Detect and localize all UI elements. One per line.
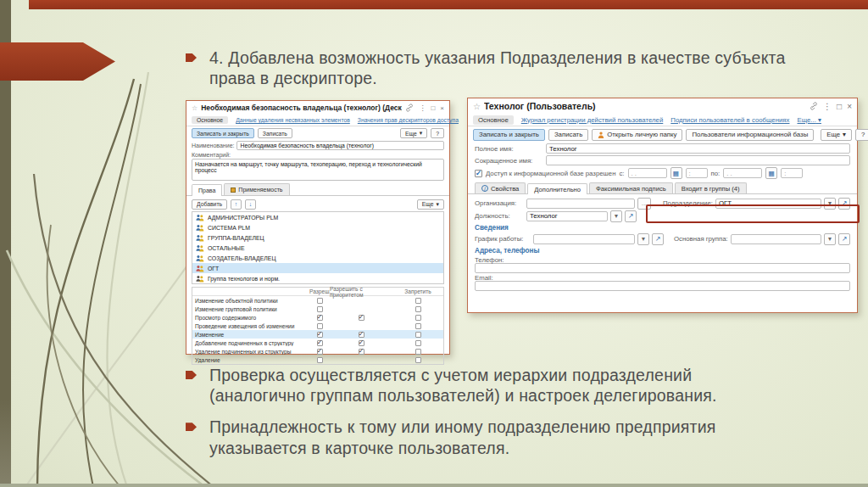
- tab-osnovnoe[interactable]: Основное: [473, 115, 514, 125]
- allow-checkbox[interactable]: [317, 306, 323, 312]
- favorite-star-icon[interactable]: ☆: [192, 104, 198, 112]
- schedule-open-icon[interactable]: ↗: [652, 233, 664, 245]
- permission-row[interactable]: Удаление: [192, 355, 443, 364]
- maximize-icon[interactable]: □: [837, 102, 842, 111]
- access-from-time-input[interactable]: :: [686, 168, 708, 178]
- help-button[interactable]: ?: [431, 128, 444, 138]
- name-input[interactable]: Необходимая безопасность владельца (техн…: [236, 141, 444, 150]
- allow-checkbox[interactable]: [317, 323, 323, 329]
- tab-applicability[interactable]: Применяемость: [224, 183, 289, 195]
- list-item[interactable]: СОЗДАТЕЛЬ-ВЛАДЕЛЕЦ: [192, 253, 443, 263]
- schedule-input[interactable]: [533, 234, 635, 244]
- calendar-icon[interactable]: ▦: [765, 167, 777, 179]
- priority-checkbox[interactable]: ✓: [359, 349, 364, 355]
- tab-link-deleted-elements[interactable]: Данные удаления несвязанных элементов: [236, 117, 350, 123]
- position-input[interactable]: Технолог: [526, 211, 608, 221]
- favorite-star-icon[interactable]: ☆: [473, 102, 481, 111]
- help-button[interactable]: ?: [855, 129, 868, 141]
- priority-checkbox[interactable]: ✓: [359, 315, 364, 321]
- deny-checkbox[interactable]: [415, 349, 421, 355]
- personal-folder-button[interactable]: Открыть личную папку: [592, 129, 682, 141]
- allow-checkbox[interactable]: ✓: [317, 349, 323, 355]
- list-item[interactable]: АДМИНИСТРАТОРЫ PLM: [192, 212, 443, 222]
- schedule-dropdown-icon[interactable]: ▾: [637, 233, 649, 245]
- position-open-icon[interactable]: ↗: [625, 210, 637, 222]
- organization-input[interactable]: [526, 199, 635, 209]
- tab-facsimile[interactable]: Факсимильная подпись: [589, 182, 673, 193]
- list-item[interactable]: СИСТЕМА PLM: [192, 222, 443, 232]
- allow-checkbox[interactable]: [317, 357, 323, 363]
- add-button[interactable]: Добавить: [192, 199, 227, 210]
- tab-rights[interactable]: Права: [192, 184, 222, 196]
- more-button[interactable]: Еще▾: [821, 129, 852, 141]
- more-vert-icon[interactable]: ⋮: [419, 104, 426, 112]
- deny-checkbox[interactable]: [415, 323, 421, 329]
- get-link-icon[interactable]: [810, 102, 818, 110]
- allow-checkbox[interactable]: ✓: [317, 332, 323, 338]
- allow-checkbox[interactable]: [317, 298, 323, 304]
- tab-link-action-log[interactable]: Журнал регистрации действий пользователе…: [521, 116, 664, 124]
- main-group-open-icon[interactable]: ↗: [838, 233, 850, 245]
- main-group-input[interactable]: [731, 234, 821, 244]
- tab-additional[interactable]: Дополнительно: [527, 183, 587, 194]
- deny-checkbox[interactable]: [415, 298, 421, 304]
- department-input[interactable]: ОГТ: [715, 199, 821, 209]
- full-name-input[interactable]: Технолог: [546, 143, 850, 154]
- move-down-button[interactable]: ↓: [245, 199, 256, 210]
- allow-checkbox[interactable]: ✓: [317, 340, 323, 346]
- access-to-date-input[interactable]: . .: [723, 168, 762, 178]
- deny-checkbox[interactable]: [415, 340, 421, 346]
- list-more-button[interactable]: Еще▾: [417, 199, 444, 210]
- more-button[interactable]: Еще▾: [400, 128, 427, 138]
- permission-row[interactable]: Изменение объектной политики: [192, 296, 443, 305]
- department-dropdown-icon[interactable]: ▾: [824, 198, 836, 210]
- get-link-icon[interactable]: [405, 104, 414, 112]
- save-close-button[interactable]: Записать и закрыть: [473, 129, 545, 141]
- maximize-icon[interactable]: □: [431, 104, 435, 112]
- allow-checkbox[interactable]: ✓: [317, 315, 323, 321]
- descriptor-titlebar: ☆ Необходимая безопасность владельца (те…: [186, 101, 449, 115]
- deny-checkbox[interactable]: [415, 357, 421, 363]
- priority-checkbox[interactable]: ✓: [359, 340, 364, 346]
- organization-select-button[interactable]: ...: [637, 198, 651, 210]
- access-to-time-input[interactable]: :: [781, 168, 803, 178]
- save-close-button[interactable]: Записать и закрыть: [192, 128, 254, 138]
- list-item-selected[interactable]: ОГТ: [192, 263, 443, 273]
- priority-checkbox[interactable]: ✓: [359, 332, 364, 338]
- deny-checkbox[interactable]: [415, 332, 421, 338]
- tab-link-signatures[interactable]: Подписи пользователей в сообщениях: [670, 116, 789, 124]
- deny-checkbox[interactable]: [415, 315, 421, 321]
- permission-row[interactable]: Проведение извещения об изменении: [192, 322, 443, 330]
- permission-row[interactable]: Просмотр содержимого ✓ ✓: [192, 313, 443, 322]
- department-open-icon[interactable]: ↗: [838, 198, 850, 210]
- main-group-dropdown-icon[interactable]: ▾: [824, 233, 836, 245]
- save-button[interactable]: Записать: [258, 128, 292, 138]
- more-vert-icon[interactable]: ⋮: [823, 102, 832, 111]
- tab-groups[interactable]: Входит в группы (4): [675, 182, 747, 193]
- phone-input[interactable]: [475, 263, 850, 273]
- position-dropdown-icon[interactable]: ▾: [610, 210, 622, 222]
- deny-checkbox[interactable]: [415, 306, 421, 312]
- permission-row[interactable]: Удаление подчиненных из структуры ✓ ✓: [192, 347, 443, 355]
- tab-properties[interactable]: iСвойства: [475, 182, 526, 193]
- list-item[interactable]: ГРУППА-ВЛАДЕЛЕЦ: [192, 232, 443, 243]
- save-button[interactable]: Записать: [548, 129, 588, 141]
- ib-users-button[interactable]: Пользователи информационной базы: [686, 129, 814, 141]
- tab-link-more[interactable]: Еще... ▾: [797, 116, 821, 124]
- list-item[interactable]: ОСТАЛЬНЫЕ: [192, 243, 443, 253]
- list-item[interactable]: Группа технологов и норм.: [192, 273, 443, 283]
- comment-input[interactable]: Назначается на маршрут, точку маршрута, …: [192, 159, 444, 181]
- tab-osnovnoe[interactable]: Основное: [192, 116, 228, 124]
- email-input[interactable]: [475, 281, 850, 291]
- close-icon[interactable]: ×: [440, 104, 444, 112]
- access-from-date-input[interactable]: . .: [628, 168, 667, 178]
- calendar-icon[interactable]: ▦: [670, 167, 682, 179]
- permission-row[interactable]: Изменение групповой политики: [192, 305, 443, 313]
- permission-row[interactable]: Добавление подчиненных в структуру ✓ ✓: [192, 339, 443, 347]
- close-icon[interactable]: ×: [847, 102, 852, 111]
- move-up-button[interactable]: ↑: [231, 199, 242, 210]
- permission-row-selected[interactable]: Изменение ✓ ✓: [192, 330, 443, 339]
- tab-link-rights-values[interactable]: Значения прав дескрипторов доступа: [358, 117, 459, 123]
- access-checkbox[interactable]: ✓: [475, 170, 482, 177]
- short-name-input[interactable]: [546, 155, 850, 165]
